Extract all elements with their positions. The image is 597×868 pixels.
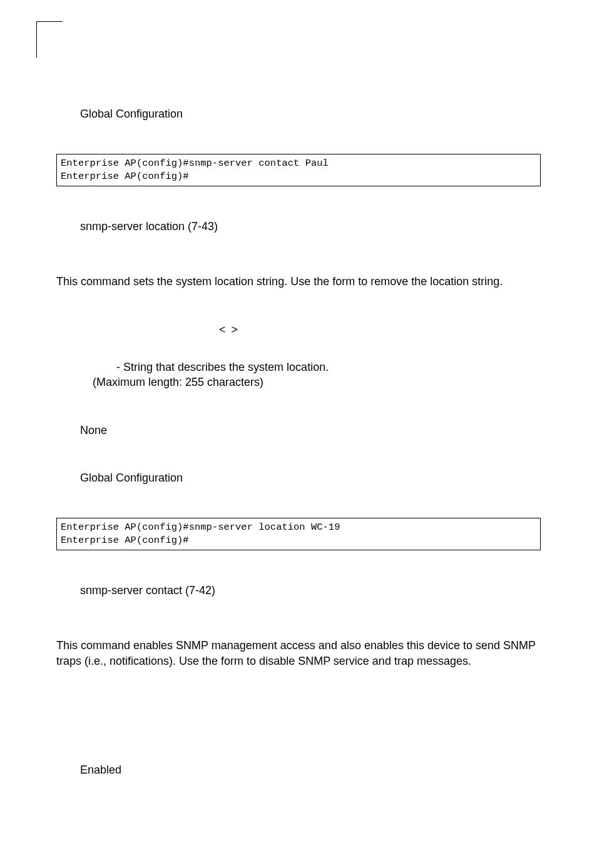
command-mode-value: Global Configuration <box>80 106 541 121</box>
related-command-2: snmp-server contact (7-42) <box>80 583 541 598</box>
code-example-1: Enterprise AP(config)#snmp-server contac… <box>56 154 541 186</box>
desc-pre: This command sets the system location st… <box>56 275 332 288</box>
default-value-2: None <box>80 423 541 438</box>
desc3-post: form to disable SNMP service and trap me… <box>221 655 471 667</box>
param-description: - String that describes the system locat… <box>56 360 541 390</box>
param-line2: (Maximum length: 255 characters) <box>93 376 263 388</box>
param-line1: - String that describes the system locat… <box>116 361 329 373</box>
command-mode-value-2: Global Configuration <box>80 470 541 485</box>
enable-description: This command enables SNMP management acc… <box>56 638 541 669</box>
crop-mark <box>36 21 63 58</box>
syntax-symbols: < > <box>219 322 541 337</box>
location-description: This command sets the system location st… <box>56 274 541 289</box>
default-value-3: Enabled <box>80 762 541 777</box>
related-command-1: snmp-server location (7-43) <box>80 219 541 234</box>
desc-post: form to remove the location string. <box>332 275 503 288</box>
code-example-2: Enterprise AP(config)#snmp-server locati… <box>56 518 541 550</box>
